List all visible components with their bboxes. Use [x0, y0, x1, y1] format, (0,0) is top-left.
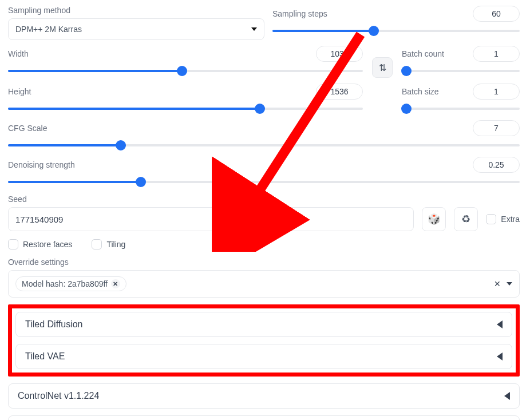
denoise-slider[interactable] [8, 176, 520, 188]
override-tag[interactable]: Model hash: 2a7ba809ff ✕ [15, 276, 126, 291]
caret-down-icon [251, 27, 257, 31]
override-settings-box[interactable]: Model hash: 2a7ba809ff ✕ ✕ [8, 270, 520, 298]
cfg-slider[interactable] [8, 140, 520, 151]
override-label: Override settings [8, 257, 520, 267]
batch-count-value[interactable]: 1 [473, 46, 520, 62]
accordion-title: ControlNet v1.1.224 [18, 391, 99, 401]
batch-size-label: Batch size [402, 87, 439, 96]
denoise-label: Denoising strength [8, 160, 75, 169]
height-label: Height [8, 87, 31, 96]
tiling-checkbox[interactable] [92, 239, 102, 249]
accordion-title: Tiled VAE [25, 351, 65, 362]
width-value[interactable]: 1032 [316, 46, 363, 62]
sampling-method-dropdown[interactable]: DPM++ 2M Karras [8, 18, 264, 40]
swap-icon: ⇅ [379, 62, 386, 73]
width-slider[interactable] [8, 65, 363, 77]
random-seed-button[interactable]: 🎲 [422, 207, 446, 231]
width-label: Width [8, 49, 29, 58]
seed-input[interactable] [8, 207, 414, 231]
batch-size-value[interactable]: 1 [473, 84, 520, 100]
restore-faces-label: Restore faces [23, 240, 72, 249]
caret-left-icon [497, 352, 503, 360]
extra-label: Extra [501, 215, 520, 224]
dice-icon: 🎲 [428, 213, 440, 225]
accordion-title: Tiled Diffusion [25, 319, 83, 330]
latent-couple-accordion[interactable]: Latent Couple [8, 415, 520, 420]
tiled-vae-accordion[interactable]: Tiled VAE [15, 344, 512, 369]
height-slider[interactable] [8, 103, 363, 114]
cfg-value[interactable]: 7 [473, 120, 520, 136]
sampling-steps-value[interactable]: 60 [473, 6, 520, 22]
highlight-annotation: Tiled Diffusion Tiled VAE [8, 304, 520, 377]
caret-left-icon [497, 320, 503, 328]
restore-faces-checkbox[interactable] [8, 239, 18, 249]
sampling-steps-label: Sampling steps [272, 9, 327, 18]
sampling-method-label: Sampling method [8, 6, 264, 15]
denoise-value[interactable]: 0.25 [473, 157, 520, 173]
recycle-icon: ♻ [461, 213, 470, 225]
caret-down-icon[interactable] [507, 282, 512, 286]
extra-checkbox[interactable] [486, 214, 496, 224]
recycle-seed-button[interactable]: ♻ [454, 207, 478, 231]
override-tag-text: Model hash: 2a7ba809ff [22, 279, 108, 288]
close-icon[interactable]: ✕ [111, 279, 120, 288]
batch-count-slider[interactable] [402, 65, 520, 77]
tiled-diffusion-accordion[interactable]: Tiled Diffusion [15, 312, 512, 337]
seed-label: Seed [8, 195, 520, 204]
sampling-method-value: DPM++ 2M Karras [15, 25, 82, 34]
height-value[interactable]: 1536 [316, 84, 363, 100]
cfg-label: CFG Scale [8, 124, 47, 133]
clear-all-icon[interactable]: ✕ [494, 279, 501, 288]
batch-count-label: Batch count [402, 49, 444, 58]
caret-left-icon [504, 392, 510, 400]
batch-size-slider[interactable] [402, 103, 520, 114]
sampling-steps-slider[interactable] [272, 25, 520, 37]
tiling-label: Tiling [106, 240, 125, 249]
swap-dimensions-button[interactable]: ⇅ [372, 57, 393, 78]
controlnet-accordion[interactable]: ControlNet v1.1.224 [8, 383, 520, 409]
